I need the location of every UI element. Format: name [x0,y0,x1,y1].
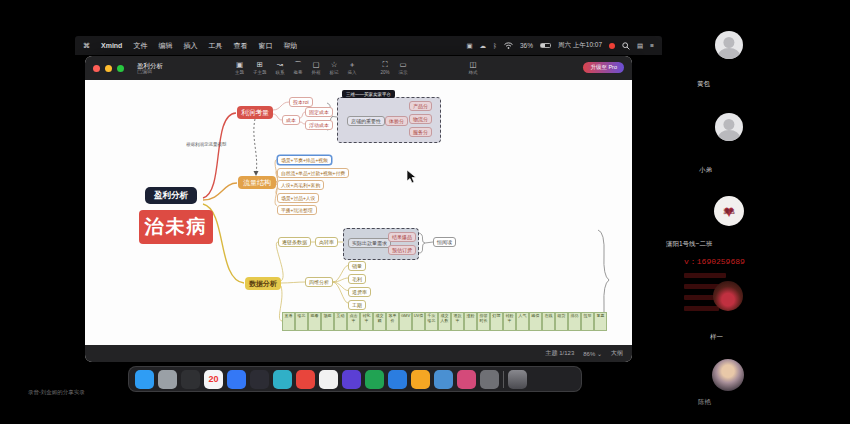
zoom-level[interactable]: 86% ⌄ [583,350,602,357]
four-dim-child-node[interactable]: 销量 [348,261,366,271]
menu-tools[interactable]: 工具 [208,41,222,51]
four-dim-child-node[interactable]: 毛利 [348,274,366,284]
branch-data-node[interactable]: 数据分析 [245,277,281,290]
insert-button[interactable]: ＋插入 [348,61,357,75]
maximize-window-button[interactable] [117,65,124,72]
branch-flow-node[interactable]: 流量结构 [238,176,276,189]
dock-icon[interactable] [480,370,499,389]
menubar-clock[interactable]: 周六 上午10:07 [558,41,602,50]
record-indicator-icon[interactable] [609,43,615,49]
dock-icon[interactable] [457,370,476,389]
node-chain-data[interactable]: 逐链条数据 [278,237,311,247]
list-icon[interactable]: ≡ [650,42,654,49]
menu-view[interactable]: 查看 [233,41,247,51]
menu-window[interactable]: 窗口 [258,41,272,51]
avatar-photo-doll[interactable] [713,281,743,311]
outline-toggle[interactable]: 大纲 [611,349,623,358]
dock-icon[interactable] [250,370,269,389]
cloud-icon[interactable]: ☁ [480,42,487,50]
dock-icon[interactable] [296,370,315,389]
metrics-table-cell[interactable]: 人气 [516,312,529,331]
node-shop-importance[interactable]: 店铺的重要性 [347,116,385,126]
flow-item-node[interactable]: 自然流+单品+过款+视频+付费 [277,168,349,178]
boundary-button[interactable]: ▢外框 [312,61,321,75]
avatar-default-1[interactable] [715,31,743,59]
dock-icon[interactable] [135,370,154,389]
metrics-table-cell[interactable]: 千次曝光 [425,312,438,331]
metrics-table-cell[interactable]: 点击率 [347,312,360,331]
node-experience-score[interactable]: 体验分 [385,116,408,126]
minimize-window-button[interactable] [105,65,112,72]
present-button[interactable]: ▭演示 [399,61,408,75]
node-roi[interactable]: 投本roi [289,97,313,107]
metrics-table-cell[interactable]: 转化率 [360,312,373,331]
cost-child-node[interactable]: 固定成本 [305,107,333,117]
avatar-default-2[interactable] [715,113,743,141]
node-summary-read[interactable]: 恒阅读 [433,237,456,247]
upgrade-pro-button[interactable]: 升级至 Pro [583,62,624,73]
volume-child-node[interactable]: 结果爆品 [388,232,416,242]
menu-file[interactable]: 文件 [133,41,147,51]
metrics-table-cell[interactable]: 排品 [568,312,581,331]
metrics-table-cell[interactable]: 退款率 [451,312,464,331]
node-actual-volume[interactable]: 实际出款量需求 [348,238,391,248]
menu-insert[interactable]: 插入 [183,41,197,51]
flow-item-node[interactable]: 场景+过品+人设 [277,193,319,203]
flow-item-node[interactable]: 人设+高毛利+套购 [277,180,324,190]
relationship-label[interactable]: 根据利润定流量模型 [186,142,227,147]
menu-app-name[interactable]: Xmind [101,42,122,49]
metrics-table-cell[interactable]: 投放 [581,312,594,331]
search-icon[interactable] [622,42,630,50]
experience-child-node[interactable]: 产品分 [409,101,432,111]
metrics-table-cell[interactable]: 观看 [308,312,321,331]
flow-item-node[interactable]: 平播+玩法整理 [277,205,317,215]
metrics-table-cell[interactable]: 成交额 [373,312,386,331]
dock-icon[interactable] [273,370,292,389]
menu-help[interactable]: 帮助 [283,41,297,51]
metrics-table-cell[interactable]: 客单价 [386,312,399,331]
dock-icon[interactable] [158,370,177,389]
experience-child-node[interactable]: 物流分 [409,114,432,124]
mindmap-canvas[interactable]: 盈利分析 治未病 利润考量 投本roi 成本 固定成本浮动成本 三维——买家卖家… [85,80,632,345]
metrics-table-cell[interactable]: 直播 [282,312,295,331]
node-high-conversion[interactable]: 高转率 [315,237,338,247]
wifi-icon[interactable] [504,42,513,49]
zen-mode-button[interactable]: ⛶20% [381,61,390,75]
mindmap-slogan-node[interactable]: 治未病 [139,210,213,244]
node-four-dim[interactable]: 四维分析 [305,277,333,287]
format-button[interactable]: ◫格式 [469,61,478,75]
bluetooth-icon[interactable]: ᛒ [493,42,497,49]
avatar-heart[interactable]: ♥ 潇包 [714,196,744,226]
topic-button[interactable]: ▣主题 [235,61,244,75]
volume-child-node[interactable]: 预估订货 [388,245,416,255]
metrics-table-cell[interactable]: UV值 [412,312,425,331]
metrics-table-cell[interactable]: 转粉率 [503,312,516,331]
metrics-table-cell[interactable]: 在线 [542,312,555,331]
metrics-table-cell[interactable]: 复盘 [594,312,607,331]
screen-mirroring-icon[interactable]: ▣ [466,42,472,50]
metrics-table-cell[interactable]: 灯牌 [490,312,503,331]
avatar-photo-woman[interactable] [712,359,744,391]
node-cost[interactable]: 成本 [282,115,300,125]
dock-icon[interactable] [388,370,407,389]
metrics-table-cell[interactable]: 涨粉 [464,312,477,331]
metrics-table-cell[interactable]: 互动 [334,312,347,331]
mindmap-root-node[interactable]: 盈利分析 [145,187,197,204]
metrics-table-cell[interactable]: 场观 [321,312,334,331]
experience-child-node[interactable]: 服务分 [409,127,432,137]
cost-child-node[interactable]: 浮动成本 [305,120,333,130]
dock-icon[interactable] [434,370,453,389]
dock-icon[interactable] [411,370,430,389]
dock-icon[interactable] [319,370,338,389]
dock-icon[interactable] [365,370,384,389]
metrics-table-cell[interactable]: 峰值 [529,312,542,331]
metrics-table-cell[interactable]: 曝光 [295,312,308,331]
metrics-table-cell[interactable]: 成交人数 [438,312,451,331]
metrics-table-cell[interactable]: GMV [399,312,412,331]
flow-item-node[interactable]: 场景+节奏+排品+视频 [277,155,332,165]
dock-icon[interactable] [181,370,200,389]
dock-icon[interactable] [227,370,246,389]
profit-group-title[interactable]: 三维——买家卖家平台 [342,90,395,98]
branch-profit-node[interactable]: 利润考量 [237,106,273,119]
relationship-button[interactable]: ↝联系 [276,61,285,75]
